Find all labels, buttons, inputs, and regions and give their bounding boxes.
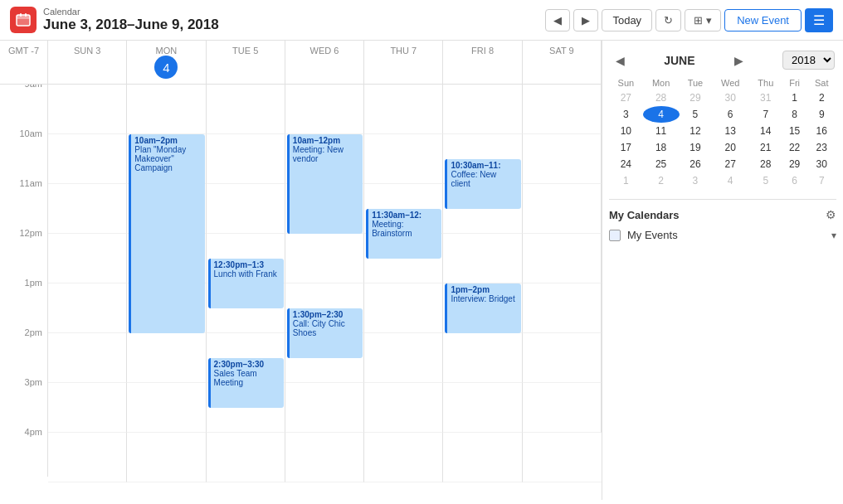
mini-cal-day[interactable]: 28 xyxy=(643,90,680,106)
event-e5[interactable]: 1:30pm–2:30Call: City Chic Shoes xyxy=(287,308,363,358)
day-header-sun[interactable]: SUN 3 xyxy=(48,41,127,84)
mini-cal-day[interactable]: 7 xyxy=(749,106,782,123)
mini-cal-day[interactable]: 23 xyxy=(807,139,836,156)
mini-cal-day[interactable]: 6 xyxy=(711,106,749,123)
mini-cal-day[interactable]: 19 xyxy=(680,139,712,156)
mini-cal-week-1: 3456789 xyxy=(609,106,836,123)
mini-cal-day[interactable]: 2 xyxy=(643,172,680,189)
mini-cal-table: SunMonTueWedThuFriSat 272829303112345678… xyxy=(609,76,836,189)
svg-rect-3 xyxy=(20,13,22,17)
main-layout: GMT -7 SUN 3MON4TUE 5WED 6THU 7FRI 8SAT … xyxy=(0,41,843,500)
mini-day-header: Tue xyxy=(680,76,712,90)
mini-cal-day[interactable]: 5 xyxy=(680,106,712,123)
mini-cal-day[interactable]: 6 xyxy=(782,172,807,189)
mini-cal-day[interactable]: 25 xyxy=(643,156,680,172)
mini-cal-day[interactable]: 30 xyxy=(807,156,836,172)
mini-cal-week-3: 17181920212223 xyxy=(609,139,836,156)
event-time: 10am–2pm xyxy=(134,136,201,145)
event-e7[interactable]: 10:30am–11:Coffee: New client xyxy=(445,159,520,209)
event-e6[interactable]: 11:30am–12:Meeting: Brainstorm xyxy=(366,209,441,259)
svg-rect-4 xyxy=(25,13,27,17)
prev-button[interactable]: ◀ xyxy=(545,9,570,32)
mini-cal-day[interactable]: 9 xyxy=(807,106,836,123)
event-e1[interactable]: 10am–2pmPlan "Monday Makeover" Campaign xyxy=(129,134,204,333)
event-time: 12:30pm–1:3 xyxy=(214,260,280,269)
day-header-sat[interactable]: SAT 9 xyxy=(523,41,602,84)
day-name-label: SAT 9 xyxy=(526,46,597,56)
time-label-11am: 11am xyxy=(0,178,48,228)
mini-cal-day[interactable]: 2 xyxy=(807,90,836,106)
event-e2[interactable]: 12:30pm–1:3Lunch with Frank xyxy=(208,259,284,308)
day-overlay-5: 10:30am–11:Coffee: New client1pm–2pmInte… xyxy=(443,85,522,482)
mini-cal-day[interactable]: 15 xyxy=(782,123,807,139)
mini-cal-week-0: 272829303112 xyxy=(609,90,836,106)
mini-cal-day[interactable]: 22 xyxy=(782,139,807,156)
mini-cal-day[interactable]: 1 xyxy=(782,90,807,106)
day-header-fri[interactable]: FRI 8 xyxy=(443,41,522,84)
mini-cal-day[interactable]: 10 xyxy=(609,123,643,139)
mini-cal-body[interactable]: 2728293031123456789101112131415161718192… xyxy=(609,90,836,189)
mini-cal-next[interactable]: ▶ xyxy=(729,52,748,69)
my-cal-header: My Calendars ⚙ xyxy=(609,208,836,221)
mini-cal-day[interactable]: 18 xyxy=(643,139,680,156)
view-select-button[interactable]: ⊞ ▾ xyxy=(685,9,721,32)
mini-cal-day[interactable]: 3 xyxy=(609,106,643,123)
day-header-wed[interactable]: WED 6 xyxy=(285,41,364,84)
mini-day-header: Mon xyxy=(643,76,680,90)
right-sidebar: ◀ JUNE ▶ 2018 SunMonTueWedThuFriSat 2728… xyxy=(602,41,843,500)
menu-button[interactable]: ☰ xyxy=(805,8,833,32)
view-icon: ⊞ xyxy=(694,14,703,27)
mini-cal-day[interactable]: 26 xyxy=(680,156,712,172)
event-e4[interactable]: 10am–12pmMeeting: New vendor xyxy=(287,134,363,234)
new-event-button[interactable]: New Event xyxy=(724,9,802,32)
mini-cal-day[interactable]: 17 xyxy=(609,139,643,156)
mini-cal-day[interactable]: 11 xyxy=(643,123,680,139)
event-e8[interactable]: 1pm–2pmInterview: Bridget xyxy=(445,284,520,333)
mini-cal-thead: SunMonTueWedThuFriSat xyxy=(609,76,836,90)
mini-cal-day[interactable]: 29 xyxy=(782,156,807,172)
mini-cal-day[interactable]: 4 xyxy=(643,106,680,123)
mini-cal-day[interactable]: 7 xyxy=(807,172,836,189)
mini-cal-day[interactable]: 27 xyxy=(609,90,643,106)
mini-cal-prev[interactable]: ◀ xyxy=(611,52,630,69)
mini-cal-day[interactable]: 1 xyxy=(609,172,643,189)
mini-cal-day[interactable]: 21 xyxy=(749,139,782,156)
mini-cal-day[interactable]: 14 xyxy=(749,123,782,139)
mini-calendar: ◀ JUNE ▶ 2018 SunMonTueWedThuFriSat 2728… xyxy=(609,47,836,189)
mini-cal-day[interactable]: 8 xyxy=(782,106,807,123)
mini-cal-day[interactable]: 30 xyxy=(711,90,749,106)
cal-color-box xyxy=(609,230,621,241)
mini-cal-day[interactable]: 5 xyxy=(749,172,782,189)
mini-cal-day[interactable]: 4 xyxy=(711,172,749,189)
timezone-label: GMT -7 xyxy=(0,41,48,84)
day-name-label: THU 7 xyxy=(368,46,439,56)
mini-cal-month: JUNE xyxy=(664,54,694,67)
cal-dropdown-button[interactable]: ▾ xyxy=(831,230,836,241)
day-header-tue[interactable]: TUE 5 xyxy=(207,41,285,84)
mini-cal-day[interactable]: 27 xyxy=(711,156,749,172)
mini-cal-day[interactable]: 28 xyxy=(749,156,782,172)
day-name-label: FRI 8 xyxy=(446,46,518,56)
time-label-9am: 9am xyxy=(0,85,48,128)
mini-cal-day[interactable]: 20 xyxy=(711,139,749,156)
today-button[interactable]: Today xyxy=(602,9,652,32)
mini-cal-day[interactable]: 24 xyxy=(609,156,643,172)
day-header-thu[interactable]: THU 7 xyxy=(364,41,443,84)
day-num-label: 4 xyxy=(154,56,178,79)
next-button[interactable]: ▶ xyxy=(573,9,598,32)
time-grid[interactable]: 9am10am11am12pm1pm2pm3pm4pm10am–2pmPlan … xyxy=(0,85,602,500)
mini-cal-day[interactable]: 29 xyxy=(680,90,712,106)
mini-cal-year-select[interactable]: 2018 xyxy=(782,51,835,70)
time-label-4pm: 4pm xyxy=(0,427,48,477)
mini-cal-day[interactable]: 16 xyxy=(807,123,836,139)
mini-cal-day[interactable]: 3 xyxy=(680,172,712,189)
event-e3[interactable]: 2:30pm–3:30Sales Team Meeting xyxy=(208,358,284,408)
event-title: Plan "Monday Makeover" Campaign xyxy=(134,145,201,172)
event-title: Meeting: Brainstorm xyxy=(372,220,438,238)
refresh-button[interactable]: ↻ xyxy=(655,9,681,32)
mini-cal-day[interactable]: 13 xyxy=(711,123,749,139)
mini-cal-day[interactable]: 31 xyxy=(749,90,782,106)
day-header-mon[interactable]: MON4 xyxy=(127,41,206,84)
mini-cal-day[interactable]: 12 xyxy=(680,123,712,139)
gear-button[interactable]: ⚙ xyxy=(826,208,836,221)
